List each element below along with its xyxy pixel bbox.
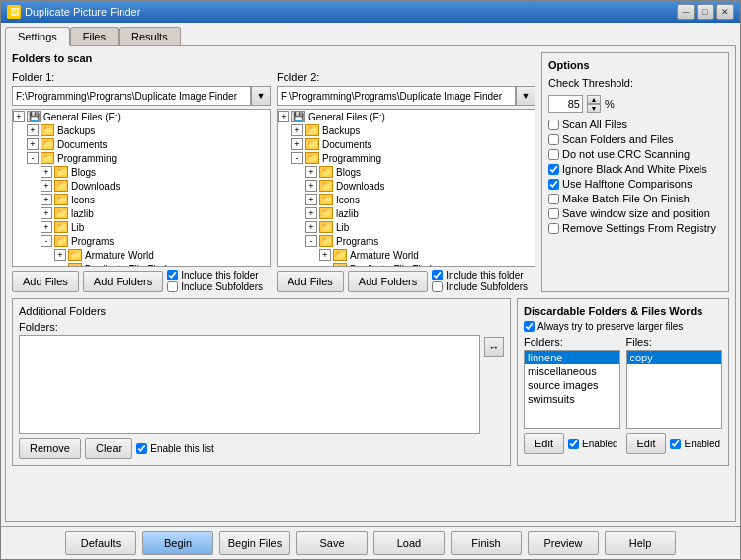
always-preserve-check[interactable]: Always try to preserve larger files — [524, 321, 722, 332]
maximize-button[interactable]: □ — [697, 4, 714, 20]
folder1-include-subfolders-check[interactable]: Include Subfolders — [167, 281, 263, 292]
folder2-path-input[interactable] — [277, 86, 516, 106]
discardable-folder-item[interactable]: source images — [525, 378, 619, 392]
folder1-add-folders-button[interactable]: Add Folders — [83, 271, 163, 292]
folder2-include-this-folder-check[interactable]: Include this folder — [432, 270, 528, 280]
folder1-browse-button[interactable]: ▼ — [251, 86, 271, 106]
tree-toggle[interactable]: + — [305, 166, 317, 178]
tree-toggle[interactable]: - — [291, 152, 303, 164]
finish-button[interactable]: Finish — [451, 531, 522, 555]
folder1-tree[interactable]: +💾General Files (F:)+📁Backups+📁Documents… — [12, 109, 271, 267]
discardable-folders-list[interactable]: linnenemiscellaneoussource imagesswimsui… — [524, 350, 620, 429]
tree-item[interactable]: +📁Documents — [278, 137, 535, 151]
tree-toggle[interactable]: + — [41, 180, 52, 192]
folder2-add-folders-button[interactable]: Add Folders — [348, 271, 428, 292]
folder1-include-this-folder-check[interactable]: Include this folder — [167, 270, 263, 280]
tree-toggle[interactable]: + — [41, 166, 52, 178]
tab-settings[interactable]: Settings — [5, 27, 70, 46]
tree-toggle[interactable]: + — [305, 194, 317, 205]
tree-toggle[interactable]: + — [27, 138, 39, 150]
close-button[interactable]: ✕ — [716, 4, 734, 20]
tree-item[interactable]: +📁Armature World — [278, 248, 535, 262]
tree-item[interactable]: +📁Icons — [13, 193, 270, 206]
tab-files[interactable]: Files — [70, 27, 119, 45]
begin-files-button[interactable]: Begin Files — [219, 531, 290, 555]
discardable-folder-item[interactable]: miscellaneous — [525, 364, 619, 378]
option-item-5[interactable]: Make Batch File On Finish — [548, 193, 722, 204]
tree-item[interactable]: +📁Icons — [278, 193, 535, 206]
tree-toggle[interactable]: + — [41, 221, 52, 233]
tree-toggle[interactable]: + — [291, 138, 303, 150]
minimize-button[interactable]: ─ — [677, 4, 695, 20]
tree-toggle[interactable]: - — [27, 152, 39, 164]
remove-button[interactable]: Remove — [19, 438, 81, 459]
tree-item[interactable]: 📁Duplicate File Finder — [13, 262, 270, 267]
option-item-0[interactable]: Scan All Files — [548, 119, 722, 130]
tree-item[interactable]: +📁Downloads — [278, 179, 535, 193]
discardable-folders-enabled-check[interactable]: Enabled — [568, 439, 618, 449]
tree-item[interactable]: +📁Backups — [278, 123, 535, 137]
option-item-1[interactable]: Scan Folders and Files — [548, 133, 722, 145]
discardable-files-edit-button[interactable]: Edit — [626, 433, 667, 454]
tree-item[interactable]: -📁Programs — [278, 234, 535, 248]
folder1-path-input[interactable] — [12, 86, 251, 106]
load-button[interactable]: Load — [373, 531, 445, 555]
folder2-browse-button[interactable]: ▼ — [516, 86, 535, 106]
option-item-3[interactable]: Ignore Black And White Pixels — [548, 163, 722, 175]
tree-item[interactable]: -📁Programming — [278, 151, 535, 165]
discardable-folders-edit-button[interactable]: Edit — [524, 433, 564, 454]
tree-toggle[interactable]: + — [27, 124, 39, 136]
threshold-up-button[interactable]: ▲ — [587, 95, 601, 104]
tree-item[interactable]: +📁lazlib — [13, 206, 270, 220]
tree-toggle[interactable]: + — [41, 207, 52, 219]
tree-item[interactable]: -📁Programming — [13, 151, 270, 165]
tree-item[interactable]: +💾General Files (F:) — [13, 110, 270, 123]
tree-toggle[interactable]: + — [54, 249, 66, 261]
tree-item[interactable]: +💾General Files (F:) — [278, 110, 535, 123]
tree-toggle[interactable]: + — [305, 207, 317, 219]
tree-item[interactable]: +📁Blogs — [13, 165, 270, 179]
tree-item[interactable]: +📁Lib — [278, 220, 535, 234]
option-item-6[interactable]: Save window size and position — [548, 207, 722, 219]
tree-toggle[interactable]: + — [41, 194, 52, 205]
tree-item[interactable]: +📁Blogs — [278, 165, 535, 179]
tree-toggle[interactable]: - — [41, 235, 52, 247]
tree-toggle[interactable]: + — [13, 111, 25, 122]
discardable-file-item[interactable]: copy — [627, 351, 722, 364]
tab-results[interactable]: Results — [119, 27, 181, 45]
tree-toggle[interactable]: + — [278, 111, 289, 122]
discardable-files-list[interactable]: copy — [626, 350, 723, 429]
option-item-2[interactable]: Do not use CRC Scanning — [548, 148, 722, 160]
tree-item[interactable]: +📁Lib — [13, 220, 270, 234]
add-folder-arrow-button[interactable]: ↔ — [484, 337, 504, 357]
preview-button[interactable]: Preview — [528, 531, 599, 555]
discardable-folder-item[interactable]: swimsuits — [525, 392, 619, 406]
clear-button[interactable]: Clear — [85, 438, 132, 459]
tree-item[interactable]: +📁Documents — [13, 137, 270, 151]
enable-list-check[interactable]: Enable this list — [136, 443, 213, 454]
tree-toggle[interactable]: + — [319, 249, 331, 261]
save-button[interactable]: Save — [296, 531, 368, 555]
defaults-button[interactable]: Defaults — [65, 531, 136, 555]
begin-button[interactable]: Begin — [142, 531, 213, 555]
tree-item[interactable]: +📁Downloads — [13, 179, 270, 193]
discardable-folder-item[interactable]: linnene — [525, 351, 619, 364]
discardable-files-enabled-check[interactable]: Enabled — [670, 439, 720, 449]
tree-item[interactable]: -📁Programs — [13, 234, 270, 248]
folder2-include-subfolders-check[interactable]: Include Subfolders — [432, 281, 528, 292]
folder1-add-files-button[interactable]: Add Files — [12, 271, 79, 292]
threshold-input[interactable] — [548, 95, 583, 113]
tree-toggle[interactable]: + — [291, 124, 303, 136]
option-item-7[interactable]: Remove Settings From Registry — [548, 222, 722, 234]
tree-toggle[interactable]: + — [305, 221, 317, 233]
folder2-tree[interactable]: +💾General Files (F:)+📁Backups+📁Documents… — [277, 109, 535, 267]
tree-item[interactable]: +📁Backups — [13, 123, 270, 137]
tree-toggle[interactable]: + — [305, 180, 317, 192]
threshold-down-button[interactable]: ▼ — [587, 104, 601, 113]
option-item-4[interactable]: Use Halftone Comparisons — [548, 178, 722, 190]
folder2-add-files-button[interactable]: Add Files — [277, 271, 344, 292]
tree-item[interactable]: +📁Armature World — [13, 248, 270, 262]
additional-folders-list[interactable] — [19, 335, 480, 434]
tree-item[interactable]: +📁lazlib — [278, 206, 535, 220]
tree-item[interactable]: 📁Duplicate File Finder — [278, 262, 535, 267]
